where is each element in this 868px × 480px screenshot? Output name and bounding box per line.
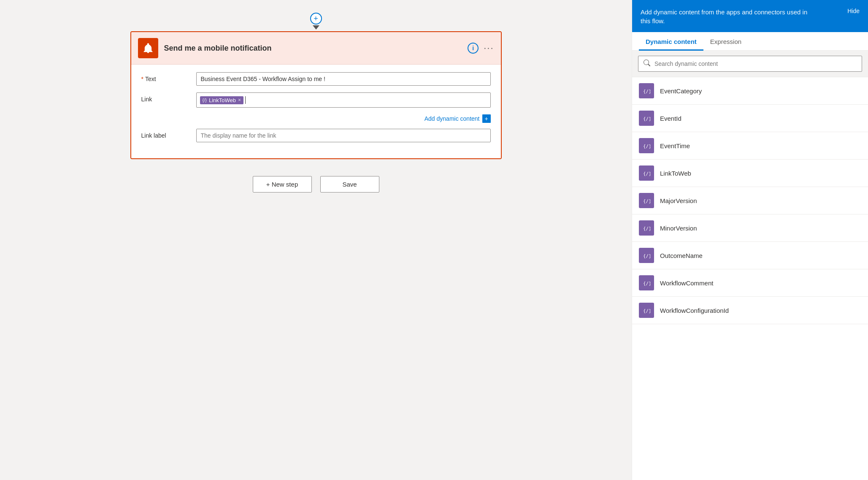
dynamic-item-label-minorversion: MinorVersion	[660, 225, 697, 232]
add-dynamic-content-button[interactable]: Add dynamic content +	[425, 114, 491, 123]
panel-tabs: Dynamic content Expression	[632, 32, 868, 51]
card-header: Send me a mobile notification i ···	[131, 32, 501, 65]
text-label: *Text	[141, 72, 196, 82]
svg-text:{/}: {/}	[643, 116, 650, 122]
link-label: Link	[141, 92, 196, 103]
dynamic-item-icon-outcomename: {/}	[639, 248, 654, 263]
panel-header: Add dynamic content from the apps and co…	[632, 0, 868, 32]
tab-expression[interactable]: Expression	[703, 32, 748, 51]
dynamic-item-label-eventid: EventId	[660, 115, 681, 122]
card-title: Send me a mobile notification	[164, 44, 468, 53]
svg-text:{/}: {/}	[643, 144, 650, 149]
notification-card: Send me a mobile notification i ··· *Tex…	[130, 31, 502, 159]
link-label-input[interactable]	[196, 129, 491, 142]
save-button[interactable]: Save	[320, 176, 379, 193]
dynamic-item-label-workflowconfigurationid: WorkflowConfigurationId	[660, 307, 729, 314]
panel-header-text: Add dynamic content from the apps and co…	[641, 8, 818, 25]
tab-dynamic-content[interactable]: Dynamic content	[639, 32, 703, 51]
search-icon	[644, 60, 650, 68]
panel-hide-button[interactable]: Hide	[847, 8, 860, 14]
svg-text:{/}: {/}	[643, 89, 650, 94]
action-buttons: + New step Save	[253, 176, 379, 193]
dynamic-item-minorversion[interactable]: {/}MinorVersion	[632, 214, 868, 242]
add-dynamic-plus-icon: +	[482, 114, 491, 123]
link-form-row: Link {/} LinkToWeb ×	[141, 92, 491, 108]
dynamic-item-eventtime[interactable]: {/}EventTime	[632, 132, 868, 160]
search-input[interactable]	[654, 60, 857, 67]
add-step-connector: +	[310, 13, 322, 30]
text-input[interactable]	[196, 72, 491, 86]
card-icon-box	[138, 38, 158, 58]
token-close-button[interactable]: ×	[238, 97, 241, 103]
svg-text:{/}: {/}	[643, 171, 650, 176]
link-label-form-row: Link label	[141, 129, 491, 142]
search-box	[638, 56, 862, 72]
right-panel: Add dynamic content from the apps and co…	[632, 0, 868, 480]
svg-text:{/}: {/}	[643, 226, 650, 231]
text-cursor	[245, 96, 246, 104]
add-dynamic-row: Add dynamic content +	[141, 114, 491, 123]
more-options-button[interactable]: ···	[484, 43, 494, 54]
svg-text:{/}: {/}	[643, 253, 650, 259]
dynamic-item-label-linktoweb: LinkToWeb	[660, 170, 691, 177]
dynamic-item-label-majorversion: MajorVersion	[660, 197, 697, 204]
dynamic-item-majorversion[interactable]: {/}MajorVersion	[632, 187, 868, 214]
dynamic-item-icon-eventtime: {/}	[639, 138, 654, 153]
dynamic-content-list: {/}EventCategory{/}EventId{/}EventTime{/…	[632, 77, 868, 480]
dynamic-item-icon-workflowcomment: {/}	[639, 275, 654, 290]
svg-text:{/}: {/}	[643, 281, 650, 286]
dynamic-item-icon-linktoweb: {/}	[639, 165, 654, 181]
dynamic-item-label-eventcategory: EventCategory	[660, 87, 702, 95]
dynamic-item-eventcategory[interactable]: {/}EventCategory	[632, 77, 868, 105]
dynamic-item-label-eventtime: EventTime	[660, 142, 690, 149]
svg-text:{/}: {/}	[643, 308, 650, 314]
svg-text:{/}: {/}	[643, 198, 650, 204]
link-field[interactable]: {/} LinkToWeb ×	[196, 92, 491, 108]
dynamic-item-label-workflowcomment: WorkflowComment	[660, 279, 713, 287]
add-step-circle[interactable]: +	[310, 13, 322, 24]
search-container	[632, 51, 868, 77]
dynamic-item-eventid[interactable]: {/}EventId	[632, 105, 868, 132]
token-label: LinkToWeb	[209, 97, 236, 103]
link-label-label: Link label	[141, 129, 196, 139]
token-icon: {/}	[203, 98, 207, 103]
dynamic-item-icon-eventcategory: {/}	[639, 83, 654, 98]
dynamic-item-icon-majorversion: {/}	[639, 193, 654, 208]
dynamic-item-icon-workflowconfigurationid: {/}	[639, 303, 654, 318]
card-header-actions: i ···	[468, 43, 494, 54]
card-body: *Text Link {/} LinkToWeb ×	[131, 65, 501, 158]
text-form-row: *Text	[141, 72, 491, 86]
dynamic-item-icon-eventid: {/}	[639, 111, 654, 126]
dynamic-item-outcomename[interactable]: {/}OutcomeName	[632, 242, 868, 269]
new-step-button[interactable]: + New step	[253, 176, 312, 193]
dynamic-item-linktoweb[interactable]: {/}LinkToWeb	[632, 160, 868, 187]
dynamic-item-label-outcomename: OutcomeName	[660, 252, 703, 259]
bell-icon	[142, 42, 154, 54]
add-dynamic-content-label: Add dynamic content	[425, 115, 480, 122]
dynamic-item-workflowcomment[interactable]: {/}WorkflowComment	[632, 269, 868, 297]
required-star: *	[141, 76, 143, 82]
info-button[interactable]: i	[468, 43, 479, 54]
main-area: + Send me a mobile notification i ··· *T…	[0, 0, 632, 480]
arrow-down-icon	[313, 25, 319, 30]
dynamic-item-workflowconfigurationid[interactable]: {/}WorkflowConfigurationId	[632, 297, 868, 324]
link-token[interactable]: {/} LinkToWeb ×	[200, 96, 244, 104]
dynamic-item-icon-minorversion: {/}	[639, 220, 654, 236]
